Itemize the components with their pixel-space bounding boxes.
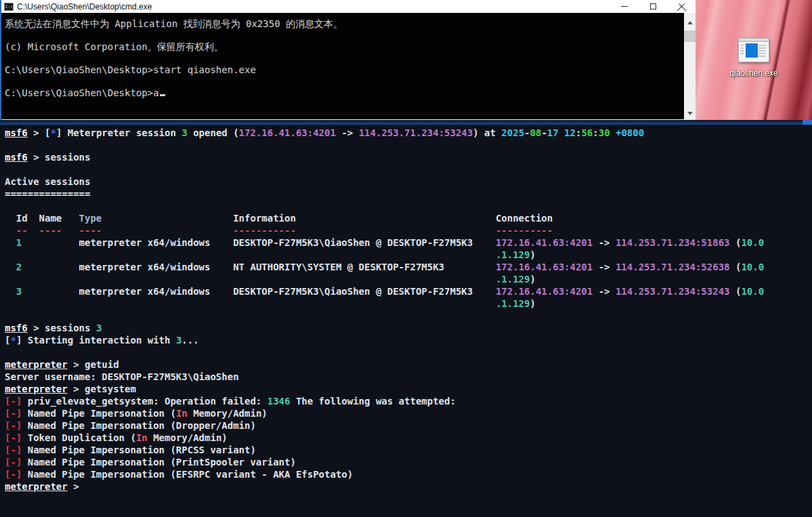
console-line: msf6 > [*] Meterpreter session 3 opened …: [5, 127, 812, 139]
console-line: [5, 163, 812, 175]
console-line: [-] Named Pipe Impersonation (EFSRPC var…: [5, 468, 812, 480]
console-line: meterpreter >: [5, 480, 812, 493]
console-line: [-] Named Pipe Impersonation (RPCSS vari…: [5, 444, 812, 456]
cmd-console[interactable]: 系统无法在消息文件中为 Application 找到消息号为 0x2350 的消…: [1, 13, 696, 120]
console-line: [5, 200, 812, 212]
desktop-wallpaper: qiaoshen.exe: [696, 0, 812, 120]
console-line: meterpreter > getsystem: [5, 383, 812, 395]
console-line: -- ---- ---- ----------- ----------: [5, 224, 812, 236]
cmd-output[interactable]: 系统无法在消息文件中为 Application 找到消息号为 0x2350 的消…: [1, 13, 684, 119]
console-line: 2 meterpreter x64/windows NT AUTHORITY\S…: [5, 261, 812, 273]
scroll-up-button[interactable]: [684, 17, 696, 28]
cmd-app-icon: [4, 3, 14, 11]
console-line: .1.129): [5, 249, 812, 261]
cmd-window-title: C:\Users\QiaoShen\Desktop\cmd.exe: [17, 2, 610, 12]
console-line: msf6 > sessions 3: [5, 322, 812, 334]
exe-file-icon: [738, 38, 769, 62]
cmd-line: 系统无法在消息文件中为 Application 找到消息号为 0x2350 的消…: [5, 18, 684, 41]
arrow-down-icon: [687, 112, 693, 115]
console-line: [-] Token Duplication (In Memory/Admin): [5, 432, 812, 444]
cmd-line: C:\Users\QiaoShen\Desktop>start qiaoshen…: [5, 64, 684, 87]
console-line: [-] priv_elevate_getsystem: Operation fa…: [5, 395, 812, 407]
cmd-titlebar[interactable]: C:\Users\QiaoShen\Desktop\cmd.exe: [1, 0, 696, 13]
maximize-button[interactable]: [639, 0, 667, 13]
console-line: 1 meterpreter x64/windows DESKTOP-F27M5K…: [5, 236, 812, 249]
console-line: [-] Named Pipe Impersonation (Dropper/Ad…: [5, 419, 812, 432]
scroll-down-button[interactable]: [684, 108, 696, 119]
minimize-button[interactable]: [610, 0, 639, 13]
arrow-up-icon: [687, 21, 693, 24]
msf-window-top-border: [0, 120, 812, 125]
console-line: [5, 139, 812, 151]
msf-output[interactable]: msf6 > [*] Meterpreter session 3 opened …: [5, 127, 812, 493]
console-line: Active sessions: [5, 175, 812, 188]
console-line: [*] Starting interaction with 3...: [5, 334, 812, 346]
console-line: [-] Named Pipe Impersonation (In Memory/…: [5, 407, 812, 419]
console-line: [5, 310, 812, 322]
cmd-window: C:\Users\QiaoShen\Desktop\cmd.exe 系统无法在消…: [0, 0, 696, 120]
text-cursor: [160, 94, 165, 96]
close-button[interactable]: [667, 0, 696, 13]
desktop-icon-label: qiaoshen.exe: [706, 68, 801, 78]
maximize-icon: [650, 3, 656, 9]
msf-window-top-border-accent: [803, 120, 812, 125]
screen: { "cmd_window": { "title": "C:\\Users\\Q…: [0, 0, 812, 517]
console-line: msf6 > sessions: [5, 151, 812, 163]
console-line: ===============: [5, 188, 812, 200]
minimize-icon: [621, 6, 628, 7]
cmd-line: (c) Microsoft Corporation。保留所有权利。: [5, 41, 684, 64]
cmd-scrollbar[interactable]: [684, 13, 696, 119]
scrollbar-thumb[interactable]: [684, 30, 696, 42]
close-icon: [678, 3, 685, 10]
msf-console-window[interactable]: msf6 > [*] Meterpreter session 3 opened …: [0, 120, 812, 517]
console-line: meterpreter > getuid: [5, 358, 812, 371]
console-line: Id Name Type Information Connection: [5, 212, 812, 224]
console-line: Server username: DESKTOP-F27M5K3\QiaoShe…: [5, 371, 812, 383]
console-line: .1.129): [5, 297, 812, 310]
cmd-line: C:\Users\QiaoShen\Desktop>a: [5, 87, 684, 110]
console-line: [5, 346, 812, 358]
console-line: .1.129): [5, 273, 812, 285]
console-line: [-] Named Pipe Impersonation (PrintSpool…: [5, 456, 812, 468]
desktop-icon-qiaoshen-exe[interactable]: qiaoshen.exe: [706, 38, 801, 78]
console-line: 3 meterpreter x64/windows DESKTOP-F27M5K…: [5, 285, 812, 297]
